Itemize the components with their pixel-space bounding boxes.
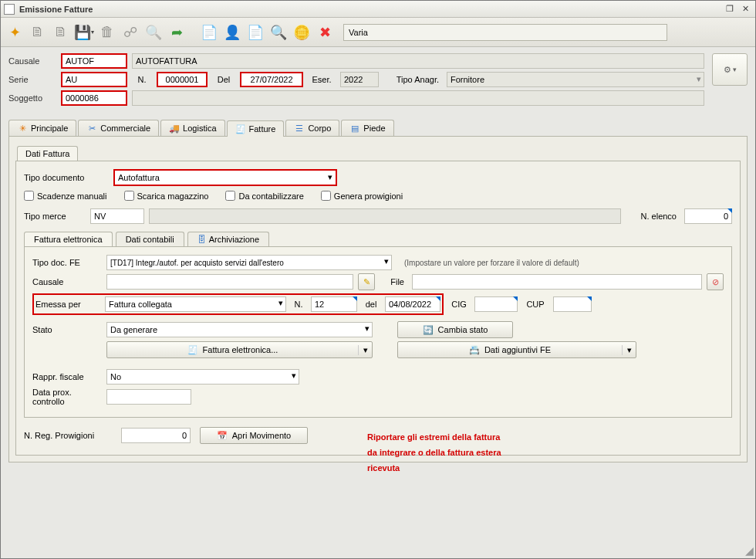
cambia-stato-button[interactable]: 🔄Cambia stato	[397, 321, 513, 338]
tab-principale[interactable]: ✳Principale	[8, 120, 76, 136]
title-bar: Emissione Fatture ❐ ✕	[1, 1, 755, 18]
emessa-del-label: del	[362, 300, 380, 309]
file-input[interactable]	[412, 274, 702, 290]
restore-window-icon[interactable]: ❐	[723, 3, 737, 15]
stato-combo[interactable]	[106, 322, 373, 337]
main-tabs: ✳Principale ✂Commerciale 🚚Logistica 🧾Fat…	[8, 120, 748, 137]
nreg-prowigioni-input[interactable]	[121, 428, 191, 443]
subtab-dati-fattura[interactable]: Dati Fattura	[17, 146, 78, 161]
data-prox-input[interactable]	[106, 389, 191, 405]
emessa-del-input[interactable]	[385, 296, 440, 312]
doc2-icon: 🗎	[50, 22, 72, 43]
fe-causale-input[interactable]	[106, 274, 353, 290]
n-elenco-input[interactable]	[684, 208, 732, 224]
da-contabilizzare-checkbox[interactable]: Da contabilizzare	[225, 191, 303, 201]
close-window-icon[interactable]: ✕	[738, 3, 752, 15]
delete-icon: ⊘	[712, 277, 719, 287]
subtab-dati-contabili[interactable]: Dati contabili	[116, 232, 184, 246]
tipo-merce-desc	[149, 208, 621, 224]
cancel-icon[interactable]: ✖	[314, 22, 336, 43]
subtab-archiviazione[interactable]: 🗄Archiviazione	[187, 232, 269, 246]
doc-go-icon[interactable]: 📄	[198, 22, 220, 43]
file-label: File	[380, 277, 407, 286]
soggetto-label: Soggetto	[8, 93, 56, 103]
scarica-magazzino-checkbox[interactable]: Scarica magazzino	[124, 191, 209, 201]
rappr-fiscale-combo[interactable]	[106, 369, 299, 385]
chevron-down-icon: ▾	[292, 371, 296, 381]
settings-button[interactable]: ⚙ ▾	[712, 53, 748, 86]
calendar-icon: 📅	[217, 431, 228, 441]
emessa-per-label: Emessa per	[35, 300, 100, 309]
trash-icon: 🗑	[96, 22, 118, 43]
list-icon: ☰	[294, 123, 305, 134]
tab-piede[interactable]: ▤Piede	[341, 120, 393, 136]
eser-input	[340, 72, 379, 87]
soggetto-input[interactable]	[61, 90, 127, 106]
doc-add-icon[interactable]: 📄	[245, 22, 266, 43]
save-icon[interactable]: 💾▾	[73, 22, 95, 43]
main-toolbar: ✦ 🗎 🗎 💾▾ 🗑 ☍ 🔍 ➦ 📄 👤 📄 🔍 🪙 ✖	[1, 18, 755, 47]
tipo-anagr-combo[interactable]	[447, 72, 704, 87]
user-icon[interactable]: 👤	[221, 22, 243, 43]
pencil-icon: ✎	[363, 277, 370, 287]
tab-commerciale[interactable]: ✂Commerciale	[78, 120, 159, 136]
coins-icon[interactable]: 🪙	[291, 22, 312, 43]
chevron-down-icon: ▾	[384, 256, 389, 266]
refresh-icon: 🔄	[423, 325, 434, 335]
chevron-down-icon: ▾	[622, 345, 636, 355]
n-elenco-label: N. elenco	[626, 212, 680, 221]
clear-file-button[interactable]: ⊘	[707, 273, 724, 290]
numero-input[interactable]	[157, 72, 208, 87]
cup-input[interactable]	[553, 296, 592, 312]
form-icon: 📇	[469, 345, 480, 355]
tab-fatture[interactable]: 🧾Fatture	[227, 120, 285, 137]
dati-fattura-panel: Tipo documento ▾ Scadenze manuali Scaric…	[15, 161, 741, 456]
causale-input[interactable]	[61, 53, 127, 69]
del-input[interactable]	[240, 72, 303, 87]
chevron-down-icon: ▾	[365, 324, 370, 334]
chevron-down-icon: ▾	[278, 298, 283, 308]
tipo-documento-label: Tipo documento	[24, 173, 109, 182]
causale-desc	[132, 53, 704, 69]
causale-label: Causale	[8, 56, 56, 66]
invoice-icon: 🧾	[187, 345, 198, 355]
genera-prowigioni-checkbox[interactable]: Genera prowigioni	[321, 191, 403, 201]
asterisk-icon: ✳	[17, 123, 28, 134]
fe-panel: Tipo doc. FE ▾ (Impostare un valore per …	[24, 246, 732, 418]
search-icon: 🔍	[143, 22, 164, 43]
varia-input[interactable]	[343, 24, 667, 41]
tab-panel: Dati Fattura Tipo documento ▾ Scadenze m…	[8, 137, 748, 462]
subtab-fe[interactable]: Fattura elettronica	[24, 232, 113, 246]
doc-icon: 🗎	[27, 22, 49, 43]
tipo-merce-label: Tipo merce	[24, 212, 86, 221]
edit-causale-button[interactable]: ✎	[358, 273, 375, 290]
cup-label: CUP	[522, 300, 548, 309]
fe-causale-label: Causale	[32, 277, 102, 286]
tab-corpo[interactable]: ☰Corpo	[285, 120, 339, 136]
apri-movimento-button[interactable]: 📅Apri Movimento	[200, 427, 308, 444]
resize-grip-icon[interactable]: ◢	[745, 544, 754, 557]
emessa-per-combo[interactable]	[105, 296, 286, 312]
tipo-doc-fe-combo[interactable]	[106, 255, 392, 270]
tipo-documento-combo[interactable]	[115, 171, 336, 185]
serie-input[interactable]	[61, 72, 127, 87]
chevron-down-icon: ▾	[328, 172, 332, 182]
tipo-merce-input[interactable]	[90, 208, 144, 224]
window-title: Emissione Fatture	[19, 5, 721, 14]
tab-logistica[interactable]: 🚚Logistica	[160, 120, 224, 136]
fattura-elettronica-button[interactable]: 🧾Fattura elettronica... ▾	[106, 341, 373, 358]
archive-icon: 🗄	[197, 235, 206, 244]
scadenze-manuali-checkbox[interactable]: Scadenze manuali	[24, 191, 107, 201]
export-icon[interactable]: ➦	[166, 22, 187, 43]
dati-aggiuntivi-button[interactable]: 📇Dati aggiuntivi FE ▾	[397, 341, 636, 358]
tipo-doc-fe-label: Tipo doc. FE	[32, 258, 102, 267]
n-label: N.	[132, 75, 152, 84]
chevron-down-icon: ▾	[697, 74, 701, 84]
footer-icon: ▤	[349, 123, 360, 134]
new-star-icon[interactable]: ✦	[4, 22, 25, 43]
cig-label: CIG	[448, 300, 470, 309]
emessa-n-input[interactable]	[311, 296, 357, 312]
magnify-icon[interactable]: 🔍	[268, 22, 289, 43]
invoice-icon: 🧾	[235, 124, 246, 134]
cig-input[interactable]	[474, 296, 518, 312]
